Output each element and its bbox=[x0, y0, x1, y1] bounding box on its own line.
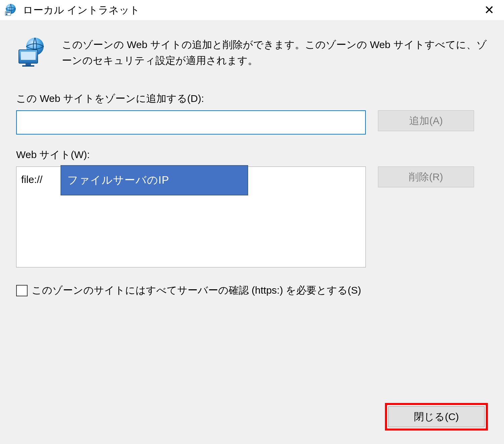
close-icon[interactable]: ✕ bbox=[479, 0, 499, 20]
title-text: ローカル イントラネット bbox=[23, 3, 140, 17]
svg-rect-7 bbox=[26, 63, 31, 65]
dialog-body: このゾーンの Web サイトの追加と削除ができます。このゾーンの Web サイト… bbox=[0, 20, 504, 444]
https-checkbox-label: このゾーンのサイトにはすべてサーバーの確認 (https:) を必要とする(S) bbox=[32, 284, 361, 297]
svg-rect-6 bbox=[21, 52, 36, 60]
https-checkbox[interactable] bbox=[16, 285, 28, 296]
close-button-highlight: 閉じる(C) bbox=[385, 403, 488, 431]
remove-button[interactable]: 削除(R) bbox=[378, 166, 474, 187]
https-check-row[interactable]: このゾーンのサイトにはすべてサーバーの確認 (https:) を必要とする(S) bbox=[16, 284, 488, 297]
dialog-footer: 閉じる(C) bbox=[16, 386, 488, 431]
hero-description: このゾーンの Web サイトの追加と削除ができます。このゾーンの Web サイト… bbox=[62, 37, 488, 68]
intranet-zone-icon bbox=[3, 3, 18, 17]
file-server-ip-callout: ファイルサーバのIP bbox=[61, 165, 248, 195]
website-list-wrap: file:// ファイルサーバのIP bbox=[16, 166, 366, 267]
add-site-input[interactable] bbox=[16, 110, 366, 135]
svg-rect-2 bbox=[6, 12, 10, 13]
add-site-row: 追加(A) bbox=[16, 110, 488, 135]
add-site-label: この Web サイトをゾーンに追加する(D): bbox=[16, 92, 488, 106]
hero-section: このゾーンの Web サイトの追加と削除ができます。このゾーンの Web サイト… bbox=[16, 37, 488, 68]
website-list-label: Web サイト(W): bbox=[16, 148, 488, 162]
local-intranet-dialog: ローカル イントラネット ✕ bbox=[0, 0, 504, 444]
svg-rect-3 bbox=[6, 13, 7, 15]
svg-rect-8 bbox=[22, 65, 34, 67]
add-button[interactable]: 追加(A) bbox=[378, 110, 474, 131]
intranet-monitor-icon bbox=[16, 37, 50, 67]
close-button[interactable]: 閉じる(C) bbox=[388, 406, 484, 427]
website-list-row: file:// ファイルサーバのIP 削除(R) bbox=[16, 166, 488, 267]
titlebar: ローカル イントラネット ✕ bbox=[0, 0, 504, 20]
